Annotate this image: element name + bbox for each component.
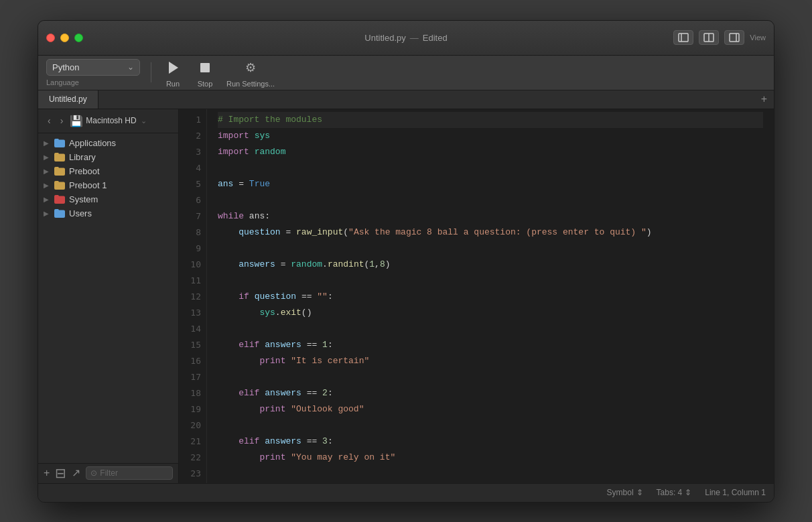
- folder-icon: [54, 194, 65, 204]
- filter-input-container[interactable]: ⊙ Filter: [86, 466, 173, 480]
- run-settings-label: Run Settings...: [226, 80, 275, 88]
- status-bar: Symbol ⇕ Tabs: 4 ⇕ Line 1, Column 1: [38, 483, 774, 502]
- main-content: ‹ › 💾 Macintosh HD ⌄ ▶ Applications: [38, 109, 774, 483]
- sidebar-item-preboot1[interactable]: ▶ Preboot 1: [38, 178, 178, 192]
- sidebar-item-label: Preboot 1: [69, 180, 107, 190]
- code-line-8: question = raw_input("Ask the magic 8 ba…: [218, 224, 763, 241]
- language-value: Python: [52, 62, 79, 72]
- code-editor[interactable]: 12345 678910 1112131415 1617181920 21222…: [179, 109, 774, 483]
- tab-untitled-py[interactable]: Untitled.py: [38, 90, 98, 109]
- add-folder-button[interactable]: +: [44, 468, 50, 478]
- view-editor-button[interactable]: [724, 30, 744, 45]
- minimize-button[interactable]: [60, 34, 69, 42]
- code-line-19: print "Outlook good": [218, 401, 763, 417]
- code-line-3: import random: [218, 144, 763, 160]
- close-button[interactable]: [46, 34, 55, 42]
- code-line-9: [218, 241, 763, 257]
- title-bar: Untitled.py — Edited: [38, 21, 774, 56]
- filter-icon: ⊙: [90, 468, 97, 478]
- chevron-right-icon: ▶: [44, 139, 50, 147]
- sidebar-back-button[interactable]: ‹: [45, 114, 54, 127]
- run-label: Run: [166, 80, 180, 88]
- chevron-right-icon: ▶: [44, 210, 50, 217]
- file-name: Untitled.py: [364, 33, 405, 43]
- view-controls: View: [673, 30, 766, 45]
- folder-icon: [54, 138, 65, 147]
- code-line-4: [218, 160, 763, 176]
- chevron-right-icon: ▶: [44, 153, 50, 161]
- sidebar-item-label: Preboot: [69, 166, 100, 176]
- sidebar-item-label: System: [69, 194, 98, 204]
- sidebar-item-users[interactable]: ▶ Users: [38, 206, 178, 220]
- code-line-22: print "You may rely on it": [218, 450, 763, 466]
- code-line-11: [218, 273, 763, 289]
- sidebar: ‹ › 💾 Macintosh HD ⌄ ▶ Applications: [38, 109, 179, 483]
- share-button[interactable]: ↗: [72, 468, 80, 478]
- svg-rect-7: [200, 63, 210, 72]
- chevron-down-icon: ⌄: [141, 117, 147, 125]
- svg-marker-6: [169, 62, 178, 74]
- code-line-20: [218, 417, 763, 434]
- sidebar-item-label: Library: [69, 152, 96, 162]
- run-settings-button[interactable]: ⚙ Run Settings...: [226, 57, 275, 88]
- tabs-label: Tabs: 4: [657, 488, 683, 497]
- tab-label: Untitled.py: [49, 94, 87, 104]
- run-settings-icon: ⚙: [240, 57, 261, 78]
- code-line-10: answers = random.randint(1,8): [218, 257, 763, 273]
- chevron-down-icon: ⌄: [127, 62, 134, 72]
- code-line-17: [218, 369, 763, 385]
- sidebar-items: ▶ Applications ▶ Library ▶: [38, 133, 178, 463]
- folder-icon: [54, 208, 65, 218]
- hdd-icon: 💾: [70, 115, 83, 127]
- run-button[interactable]: Run: [162, 57, 184, 88]
- code-line-2: import sys: [218, 128, 763, 144]
- file-status: Edited: [423, 33, 448, 43]
- code-line-15: elif answers == 1:: [218, 337, 763, 353]
- maximize-button[interactable]: [74, 34, 83, 42]
- code-line-18: elif answers == 2:: [218, 385, 763, 401]
- code-line-12: if question == "":: [218, 289, 763, 305]
- chevron-right-icon: ▶: [44, 182, 50, 189]
- chevron-up-down-icon: ⇕: [636, 488, 643, 497]
- chevron-right-icon: ▶: [44, 168, 50, 175]
- sidebar-location-label: Macintosh HD: [86, 116, 136, 125]
- run-icon: [162, 57, 184, 78]
- code-line-13: sys.exit(): [218, 305, 763, 321]
- sidebar-item-applications[interactable]: ▶ Applications: [38, 136, 178, 150]
- code-area[interactable]: # Import the modules import sys import r…: [207, 109, 774, 483]
- view-split-button[interactable]: [699, 30, 719, 45]
- traffic-lights: [46, 34, 83, 42]
- code-line-16: print "It is certain": [218, 353, 763, 369]
- sidebar-forward-button[interactable]: ›: [58, 114, 66, 127]
- code-line-14: [218, 321, 763, 337]
- language-label: Language: [46, 78, 79, 86]
- code-line-5: ans = True: [218, 176, 763, 192]
- sidebar-header: ‹ › 💾 Macintosh HD ⌄: [38, 109, 178, 133]
- app-window: Untitled.py — Edited: [38, 20, 774, 503]
- code-line-1: # Import the modules: [218, 112, 763, 128]
- remove-item-button[interactable]: ⊟: [55, 466, 66, 480]
- toolbar-divider-1: [151, 62, 151, 82]
- stop-button[interactable]: Stop: [194, 57, 216, 88]
- symbol-label: Symbol: [607, 488, 634, 497]
- sidebar-item-label: Applications: [69, 138, 116, 148]
- stop-icon: [194, 57, 216, 78]
- code-line-7: while ans:: [218, 208, 763, 224]
- sidebar-item-library[interactable]: ▶ Library: [38, 150, 178, 164]
- stop-label: Stop: [198, 80, 213, 88]
- svg-rect-0: [679, 34, 688, 42]
- folder-icon: [54, 166, 65, 176]
- view-sidebar-button[interactable]: [673, 30, 693, 45]
- folder-icon: [54, 180, 65, 190]
- language-select[interactable]: Python ⌄: [46, 59, 140, 76]
- code-line-6: [218, 192, 763, 208]
- tabs-status[interactable]: Tabs: 4 ⇕: [657, 488, 692, 497]
- code-line-21: elif answers == 3:: [218, 434, 763, 450]
- symbol-status[interactable]: Symbol ⇕: [607, 488, 643, 497]
- sidebar-item-preboot[interactable]: ▶ Preboot: [38, 164, 178, 178]
- filter-placeholder: Filter: [100, 468, 118, 478]
- toolbar: Python ⌄ Language Run Stop ⚙ Run Setting…: [38, 56, 774, 90]
- code-line-23: [218, 466, 763, 482]
- add-tab-button[interactable]: +: [754, 90, 774, 109]
- sidebar-item-system[interactable]: ▶ System: [38, 192, 178, 206]
